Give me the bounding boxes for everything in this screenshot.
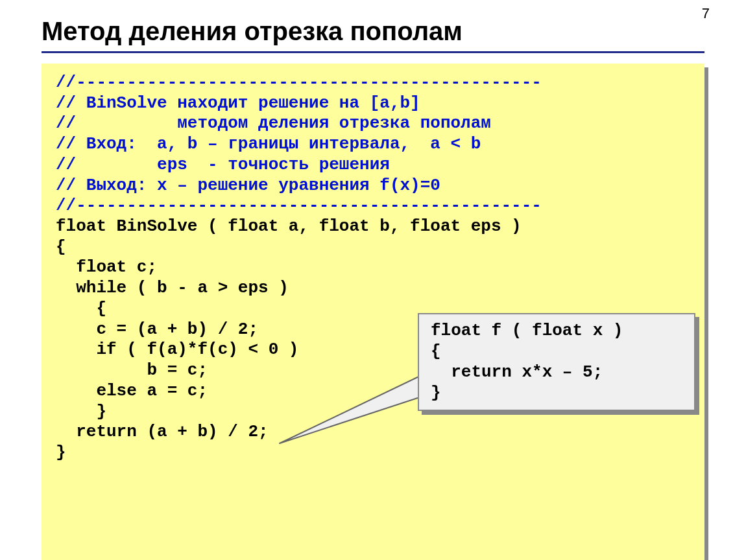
code-line: } bbox=[56, 402, 106, 421]
code-line: { bbox=[56, 237, 66, 257]
code-line: { bbox=[56, 299, 106, 318]
svg-marker-0 bbox=[280, 373, 426, 443]
code-comment-line: // eps - точность решения bbox=[56, 155, 390, 174]
code-line: float BinSolve ( float a, float b, float… bbox=[56, 216, 522, 236]
code-line: return (a + b) / 2; bbox=[56, 422, 269, 441]
inset-code-line: float f ( float x ) bbox=[431, 321, 623, 340]
code-comment-line: // Вход: a, b – границы интервала, a < b bbox=[56, 134, 481, 154]
code-comment-line: //--------------------------------------… bbox=[56, 196, 542, 215]
callout-pointer-icon bbox=[278, 360, 428, 446]
code-line: else a = c; bbox=[56, 381, 208, 401]
code-comment-line: // Выход: x – решение уравнения f(x)=0 bbox=[56, 176, 440, 195]
slide-title: Метод деления отрезка пополам bbox=[42, 17, 704, 46]
title-underline bbox=[42, 51, 704, 53]
page-number: 7 bbox=[702, 5, 710, 22]
inset-code-line: } bbox=[431, 383, 441, 402]
code-comment-line: //--------------------------------------… bbox=[56, 73, 542, 92]
code-line: while ( b - a > eps ) bbox=[56, 278, 289, 298]
code-line: b = c; bbox=[56, 360, 208, 380]
callout-box: float f ( float x ) { return x*x – 5; } bbox=[418, 272, 695, 452]
inset-code-line: { bbox=[431, 342, 441, 361]
code-line: float c; bbox=[56, 257, 157, 277]
code-line: c = (a + b) / 2; bbox=[56, 320, 258, 339]
inset-code-panel: float f ( float x ) { return x*x – 5; } bbox=[418, 313, 695, 411]
slide: 7 Метод деления отрезка пополам //------… bbox=[0, 0, 746, 560]
code-line: } bbox=[56, 443, 66, 462]
code-line: if ( f(a)*f(c) < 0 ) bbox=[56, 340, 298, 359]
code-comment-line: // методом деления отрезка пополам bbox=[56, 113, 491, 133]
code-comment-line: // BinSolve находит решение на [a,b] bbox=[56, 93, 420, 113]
code-panel: //--------------------------------------… bbox=[42, 64, 704, 560]
inset-code-line: return x*x – 5; bbox=[431, 362, 603, 382]
